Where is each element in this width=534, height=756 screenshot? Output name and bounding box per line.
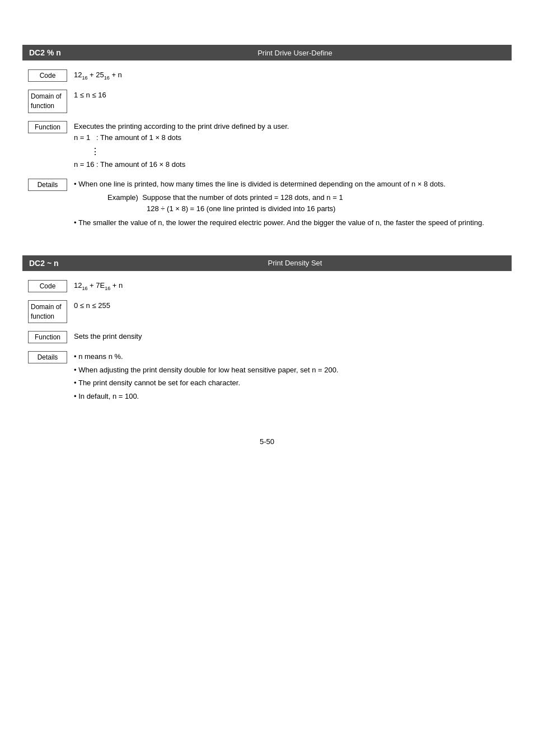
detail-item: The smaller the value of n, the lower th… [74, 217, 512, 228]
domain-row-2: Domain offunction 0 ≤ n ≤ 255 [22, 300, 512, 324]
section-header-dc2-tilde: DC2 ~ n Print Density Set [22, 255, 512, 271]
example-block-1: Example) Suppose that the number of dots… [74, 192, 512, 216]
detail-item: When adjusting the print density double … [74, 365, 512, 376]
title-dc2-percent: Print Drive User-Define [85, 49, 505, 57]
function-label-2: Function [28, 331, 67, 343]
example-line1: Suppose that the number of dots printed … [142, 193, 343, 202]
details-content-2: n means n %. When adjusting the print de… [67, 351, 512, 404]
code-label-2: Code [28, 280, 67, 292]
code-content-1: 1216 + 2516 + n [67, 69, 512, 82]
example-line2: 128 ÷ (1 × 8) = 16 (one line printed is … [107, 204, 335, 213]
function-label-1: Function [28, 121, 67, 133]
details-row-2: Details n means n %. When adjusting the … [22, 351, 512, 404]
command-dc2-tilde: DC2 ~ n [29, 259, 85, 268]
function-row-2: Function Sets the print density [22, 331, 512, 343]
command-dc2-percent: DC2 % n [29, 48, 85, 57]
detail-item: n means n %. [74, 351, 512, 362]
section-gap-1 [22, 239, 512, 255]
domain-label-1: Domain offunction [28, 90, 67, 113]
details-label-2: Details [28, 351, 67, 363]
page-content: DC2 % n Print Drive User-Define Code 121… [22, 11, 512, 446]
function-content-2: Sets the print density [67, 331, 512, 343]
domain-content-1: 1 ≤ n ≤ 16 [67, 90, 512, 101]
detail-item: The print density cannot be set for each… [74, 377, 512, 389]
code-row-2: Code 1216 + 7E16 + n [22, 280, 512, 292]
function-content-1: Executes the printing according to the p… [67, 121, 512, 171]
code-label-1: Code [28, 69, 67, 82]
detail-item: In default, n = 100. [74, 391, 512, 402]
details-row-1: Details When one line is printed, how ma… [22, 179, 512, 231]
details-label-1: Details [28, 179, 67, 191]
page-number: 5-50 [22, 437, 512, 446]
code-content-2: 1216 + 7E16 + n [67, 280, 512, 292]
function-row-1: Function Executes the printing according… [22, 121, 512, 171]
domain-label-2: Domain offunction [28, 300, 67, 324]
example-prefix: Example) [107, 193, 142, 202]
domain-content-2: 0 ≤ n ≤ 255 [67, 300, 512, 312]
detail-item: When one line is printed, how many times… [74, 179, 512, 190]
title-dc2-tilde: Print Density Set [85, 259, 505, 267]
domain-row-1: Domain offunction 1 ≤ n ≤ 16 [22, 90, 512, 113]
code-row-1: Code 1216 + 2516 + n [22, 69, 512, 82]
section-header-dc2-percent: DC2 % n Print Drive User-Define [22, 45, 512, 60]
details-content-1: When one line is printed, how many times… [67, 179, 512, 231]
